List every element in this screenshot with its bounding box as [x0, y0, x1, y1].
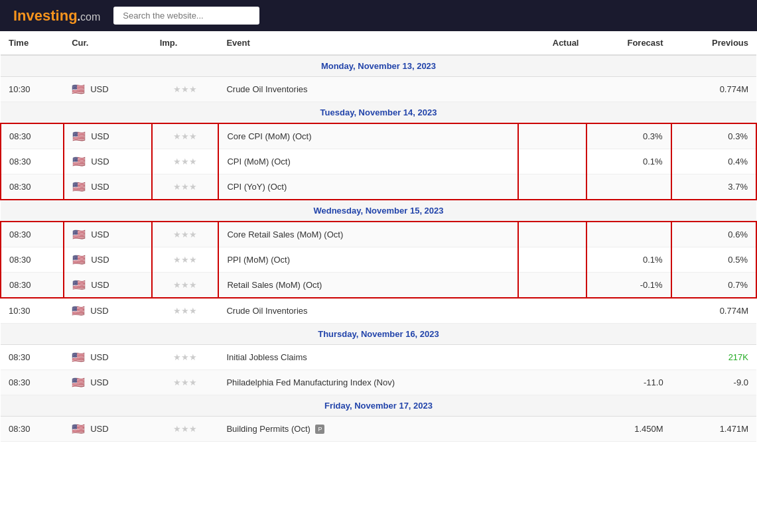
event-name[interactable]: Core CPI (MoM) (Oct) — [218, 123, 517, 149]
flag-icon: 🇺🇸 — [72, 351, 85, 364]
event-name[interactable]: Core Retail Sales (MoM) (Oct) — [218, 222, 517, 247]
event-previous: -9.0 — [671, 370, 756, 395]
event-name[interactable]: Crude Oil Inventories — [218, 77, 517, 102]
star-icon: ★ — [181, 255, 189, 265]
event-actual — [518, 247, 587, 273]
event-actual — [518, 174, 587, 200]
event-name[interactable]: Crude Oil Inventories — [218, 298, 517, 324]
event-name[interactable]: CPI (YoY) (Oct) — [218, 174, 517, 200]
star-icon: ★ — [189, 84, 197, 94]
event-currency: 🇺🇸USD — [64, 273, 151, 299]
event-forecast: 1.450M — [586, 417, 671, 442]
event-time: 08:30 — [1, 247, 64, 273]
star-icon: ★ — [189, 182, 197, 192]
event-previous: 1.471M — [671, 417, 756, 442]
flag-icon: 🇺🇸 — [72, 180, 86, 193]
event-previous: 0.774M — [671, 298, 756, 324]
event-actual — [518, 298, 587, 324]
flag-icon: 🇺🇸 — [72, 376, 85, 389]
star-icon: ★ — [173, 377, 181, 387]
event-time: 08:30 — [1, 222, 64, 247]
flag-icon: 🇺🇸 — [72, 228, 86, 241]
currency-label: USD — [90, 377, 108, 387]
event-importance: ★★★ — [152, 298, 219, 324]
col-cur: Cur. — [64, 31, 151, 55]
currency-label: USD — [91, 280, 109, 290]
event-currency: 🇺🇸USD — [64, 247, 151, 273]
table-row[interactable]: 08:30🇺🇸USD★★★Initial Jobless Claims217K — [1, 345, 756, 370]
table-row[interactable]: 08:30🇺🇸USD★★★CPI (YoY) (Oct)3.7% — [1, 174, 756, 200]
event-previous: 0.4% — [671, 149, 756, 174]
currency-label: USD — [90, 352, 108, 362]
event-importance: ★★★ — [152, 77, 219, 102]
event-actual — [518, 345, 587, 370]
star-icon: ★ — [173, 280, 181, 290]
event-currency: 🇺🇸USD — [64, 123, 151, 149]
event-time: 08:30 — [1, 149, 64, 174]
event-currency: 🇺🇸USD — [64, 149, 151, 174]
table-row[interactable]: 08:30🇺🇸USD★★★Retail Sales (MoM) (Oct)-0.… — [1, 273, 756, 299]
table-row[interactable]: 08:30🇺🇸USD★★★Core Retail Sales (MoM) (Oc… — [1, 222, 756, 247]
flag-icon: 🇺🇸 — [72, 253, 86, 266]
event-time: 10:30 — [1, 298, 64, 324]
star-icon: ★ — [181, 352, 189, 362]
star-icon: ★ — [189, 280, 197, 290]
event-time: 10:30 — [1, 77, 64, 102]
currency-label: USD — [91, 230, 109, 239]
day-header: Thursday, November 16, 2023 — [1, 324, 756, 345]
table-row[interactable]: 08:30🇺🇸USD★★★Core CPI (MoM) (Oct)0.3%0.3… — [1, 123, 756, 149]
star-icon: ★ — [189, 352, 197, 362]
star-icon: ★ — [189, 255, 197, 265]
logo[interactable]: Investing.com — [13, 7, 100, 25]
star-icon: ★ — [181, 157, 189, 166]
event-importance: ★★★ — [152, 149, 219, 174]
event-forecast: 0.3% — [586, 123, 671, 149]
event-forecast: -11.0 — [586, 370, 671, 395]
event-importance: ★★★ — [152, 273, 219, 299]
star-icon: ★ — [173, 255, 181, 265]
col-event: Event — [218, 31, 517, 55]
currency-label: USD — [91, 131, 109, 141]
star-icon: ★ — [189, 230, 197, 239]
event-name[interactable]: Philadelphia Fed Manufacturing Index (No… — [218, 370, 517, 395]
col-forecast: Forecast — [586, 31, 671, 55]
table-row[interactable]: 08:30🇺🇸USD★★★CPI (MoM) (Oct)0.1%0.4% — [1, 149, 756, 174]
event-time: 08:30 — [1, 417, 64, 442]
event-name[interactable]: CPI (MoM) (Oct) — [218, 149, 517, 174]
table-row[interactable]: 08:30🇺🇸USD★★★PPI (MoM) (Oct)0.1%0.5% — [1, 247, 756, 273]
logo-investing: Investing — [13, 7, 78, 24]
flag-icon: 🇺🇸 — [72, 423, 85, 435]
day-header: Wednesday, November 15, 2023 — [1, 200, 756, 222]
event-importance: ★★★ — [152, 222, 219, 247]
event-time: 08:30 — [1, 345, 64, 370]
flag-icon: 🇺🇸 — [72, 279, 86, 291]
event-name[interactable]: Initial Jobless Claims — [218, 345, 517, 370]
star-icon: ★ — [181, 84, 189, 94]
star-icon: ★ — [173, 306, 181, 316]
event-name[interactable]: PPI (MoM) (Oct) — [218, 247, 517, 273]
table-row[interactable]: 08:30🇺🇸USD★★★Philadelphia Fed Manufactur… — [1, 370, 756, 395]
table-row[interactable]: 10:30🇺🇸USD★★★Crude Oil Inventories0.774M — [1, 298, 756, 324]
star-icon: ★ — [189, 377, 197, 387]
event-previous: 3.7% — [671, 174, 756, 200]
star-icon: ★ — [181, 280, 189, 290]
col-imp: Imp. — [152, 31, 219, 55]
star-icon: ★ — [173, 84, 181, 94]
table-row[interactable]: 08:30🇺🇸USD★★★Building Permits (Oct) P1.4… — [1, 417, 756, 442]
star-icon: ★ — [173, 352, 181, 362]
event-name[interactable]: Building Permits (Oct) P — [218, 417, 517, 442]
event-actual — [518, 417, 587, 442]
table-row[interactable]: 10:30🇺🇸USD★★★Crude Oil Inventories0.774M — [1, 77, 756, 102]
search-input[interactable] — [113, 7, 259, 25]
previous-value-link[interactable]: 217K — [728, 352, 748, 362]
event-name[interactable]: Retail Sales (MoM) (Oct) — [218, 273, 517, 299]
event-forecast: -0.1% — [586, 273, 671, 299]
star-icon: ★ — [181, 131, 189, 141]
star-icon: ★ — [181, 424, 189, 434]
event-currency: 🇺🇸USD — [64, 77, 151, 102]
col-time: Time — [1, 31, 64, 55]
star-icon: ★ — [189, 424, 197, 434]
event-importance: ★★★ — [152, 123, 219, 149]
currency-label: USD — [91, 255, 109, 265]
star-icon: ★ — [181, 182, 189, 192]
